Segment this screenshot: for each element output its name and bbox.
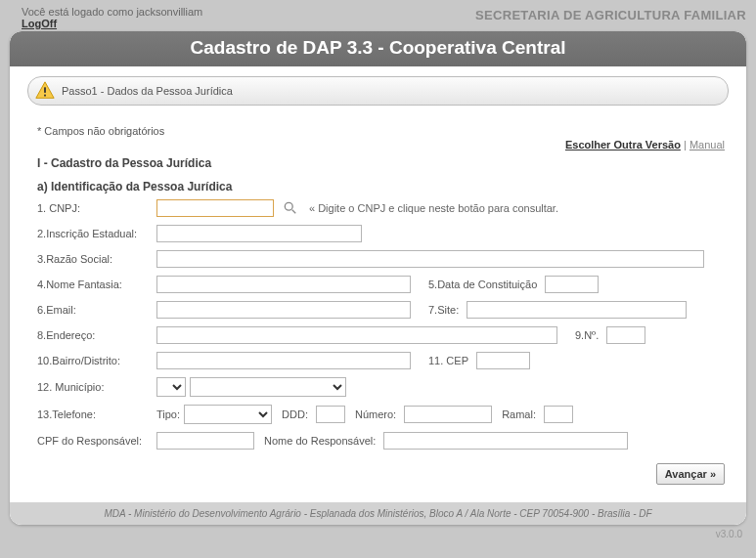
- logoff-link[interactable]: LogOff: [22, 18, 57, 29]
- ramal-label: Ramal:: [502, 408, 536, 420]
- magnifier-icon: [284, 201, 297, 215]
- required-note: * Campos não obrigatórios: [37, 125, 725, 137]
- section-heading: I - Cadastro da Pessoa Jurídica: [37, 156, 725, 170]
- warning-icon: [34, 80, 56, 102]
- inscricao-input[interactable]: [156, 225, 362, 242]
- cpf-resp-label: CPF do Responsável:: [37, 435, 153, 447]
- municipio-nome-select[interactable]: [190, 377, 346, 397]
- subsection-heading: a) Identificação da Pessoa Jurídica: [37, 180, 725, 193]
- cnpj-lookup-button[interactable]: [282, 199, 299, 217]
- cep-input[interactable]: [476, 352, 530, 369]
- num-label: 9.Nº.: [575, 329, 599, 341]
- advance-button[interactable]: Avançar »: [656, 463, 725, 485]
- num-input[interactable]: [606, 326, 645, 344]
- nome-resp-label: Nome do Responsável:: [264, 435, 376, 447]
- razao-label: 3.Razão Social:: [37, 253, 153, 265]
- razao-input[interactable]: [156, 250, 704, 268]
- numero-label: Número:: [355, 408, 396, 420]
- choose-version-link[interactable]: Escolher Outra Versão: [565, 139, 681, 150]
- endereco-label: 8.Endereço:: [37, 329, 153, 341]
- svg-line-4: [292, 210, 296, 214]
- ddd-input[interactable]: [316, 406, 345, 423]
- ramal-input[interactable]: [544, 406, 573, 423]
- cnpj-hint: « Digite o CNPJ e clique neste botão par…: [309, 202, 558, 214]
- tipo-label: Tipo:: [156, 408, 180, 420]
- cnpj-input[interactable]: [156, 199, 274, 217]
- page-title: Cadastro de DAP 3.3 - Cooperativa Centra…: [10, 31, 746, 66]
- tipo-select[interactable]: [184, 405, 272, 424]
- main-panel: Cadastro de DAP 3.3 - Cooperativa Centra…: [10, 31, 746, 525]
- svg-point-3: [285, 202, 292, 210]
- data-const-input[interactable]: [545, 276, 599, 293]
- endereco-input[interactable]: [156, 326, 557, 344]
- fantasia-label: 4.Nome Fantasia:: [37, 279, 153, 290]
- site-input[interactable]: [467, 301, 687, 319]
- bairro-input[interactable]: [156, 352, 411, 369]
- email-label: 6.Email:: [37, 304, 153, 316]
- cnpj-label: 1. CNPJ:: [37, 202, 153, 214]
- ddd-label: DDD:: [282, 408, 308, 420]
- data-const-label: 5.Data de Constituição: [428, 279, 537, 290]
- version-label: v3.0.0: [0, 525, 756, 539]
- svg-rect-2: [44, 95, 46, 97]
- manual-link[interactable]: Manual: [689, 139, 725, 150]
- secretaria-title: SECRETARIA DE AGRICULTURA FAMILIAR: [475, 6, 746, 22]
- bairro-label: 10.Bairro/Distrito:: [37, 355, 153, 366]
- municipio-label: 12. Município:: [37, 381, 153, 393]
- footer-text: MDA - Ministério do Desenvolvimento Agrá…: [10, 502, 746, 525]
- svg-rect-1: [44, 87, 46, 93]
- nome-resp-input[interactable]: [383, 432, 628, 450]
- fantasia-input[interactable]: [156, 276, 411, 293]
- step-label: Passo1 - Dados da Pessoa Jurídica: [62, 85, 233, 97]
- telefone-label: 13.Telefone:: [37, 408, 153, 420]
- inscricao-label: 2.Inscrição Estadual:: [37, 228, 153, 239]
- municipio-uf-select[interactable]: [156, 377, 186, 397]
- cep-label: 11. CEP: [428, 355, 468, 366]
- numero-input[interactable]: [404, 406, 492, 423]
- login-info: Você está logado como jacksonvilliam: [22, 6, 202, 18]
- link-separator: |: [681, 139, 689, 150]
- step-indicator: Passo1 - Dados da Pessoa Jurídica: [27, 76, 729, 106]
- email-input[interactable]: [156, 301, 411, 319]
- site-label: 7.Site:: [428, 304, 459, 316]
- cpf-resp-input[interactable]: [156, 432, 254, 450]
